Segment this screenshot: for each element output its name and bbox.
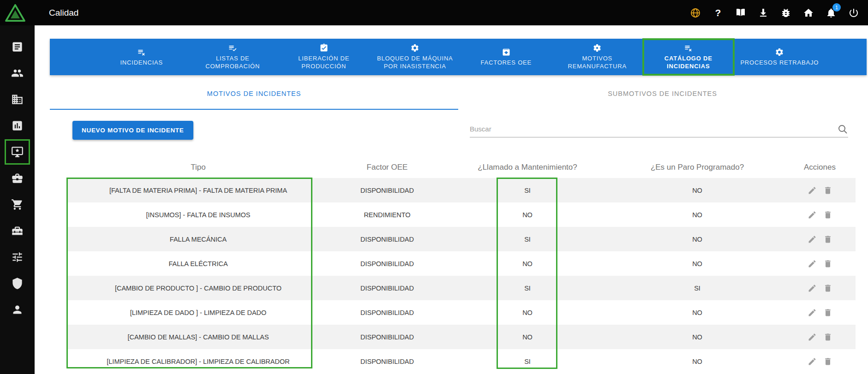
production-desktop-icon [11, 146, 24, 158]
tab-catalogo-de-incidencias[interactable]: CATÁLOGO DE INCIDENCIAS [643, 39, 734, 75]
pencil-icon [808, 186, 817, 195]
delete-button[interactable] [823, 308, 832, 317]
cell-tipo: [CAMBIO DE MALLAS] - CAMBIO DE MALLAS [66, 333, 330, 341]
briefcase-icon [11, 172, 24, 184]
edit-button[interactable] [808, 332, 817, 342]
sidebar-item-cart[interactable] [4, 191, 30, 218]
delete-button[interactable] [823, 332, 832, 342]
cart-icon [11, 198, 24, 211]
edit-button[interactable] [808, 357, 817, 366]
tab-motivos-remanufactura[interactable]: MOTIVOS REMANUFACTURA [552, 39, 643, 75]
table-row: [LIMPIEZA DE CALIBRADOR] - LIMPIEZA DE C… [66, 349, 856, 374]
sidebar-item-news[interactable] [4, 34, 30, 60]
shield-icon [11, 277, 24, 290]
col-header-llamado-mantenimiento: ¿Llamado a Mantenimiento? [444, 163, 611, 172]
trash-icon [823, 308, 832, 317]
edit-button[interactable] [808, 308, 817, 317]
sidebar-item-briefcase[interactable] [4, 165, 30, 191]
cell-paro-programado: NO [611, 236, 784, 243]
edit-button[interactable] [808, 210, 817, 220]
edit-button[interactable] [808, 284, 817, 293]
sidebar-item-security[interactable] [4, 270, 30, 297]
module-tabs: INCIDENCIAS LISTAS DE COMPROBACIÓN LIBER… [50, 39, 867, 75]
gear-icon [410, 43, 419, 53]
pencil-icon [808, 357, 817, 366]
download-icon[interactable] [757, 7, 769, 19]
cell-llamado-mantenimiento: NO [444, 309, 611, 316]
cell-tipo: FALLA MECÁNICA [66, 236, 330, 243]
cell-acciones [784, 259, 856, 268]
cell-acciones [784, 332, 856, 342]
pencil-icon [808, 210, 817, 220]
cell-llamado-mantenimiento: NO [444, 333, 611, 341]
table-row: FALLA MECÁNICA DISPONIBILIDAD SI NO [66, 227, 856, 251]
subtabs: MOTIVOS DE INCIDENTES SUBMOTIVOS DE INCI… [50, 78, 867, 110]
cell-llamado-mantenimiento: SI [444, 358, 611, 365]
tab-liberacion-de-produccion[interactable]: LIBERACIÓN DE PRODUCCIÓN [278, 39, 370, 75]
cell-acciones [784, 284, 856, 293]
sidebar-item-toolbox[interactable] [4, 218, 30, 244]
notifications-icon[interactable]: 1 [825, 7, 837, 19]
cell-paro-programado: NO [611, 309, 784, 316]
table-header-row: Tipo Factor OEE ¿Llamado a Mantenimiento… [66, 157, 856, 178]
tab-incidencias[interactable]: INCIDENCIAS [96, 39, 187, 75]
delete-button[interactable] [823, 284, 832, 293]
tab-factores-oee[interactable]: FACTORES OEE [461, 39, 552, 75]
new-motivo-button[interactable]: NUEVO MOTIVO DE INCIDENTE [72, 121, 193, 140]
cell-factor-oee: RENDIMIENTO [330, 211, 444, 219]
delete-button[interactable] [823, 357, 832, 366]
edit-button[interactable] [808, 235, 817, 244]
sidebar-item-chart[interactable] [4, 113, 30, 139]
sidebar-item-production[interactable] [4, 139, 30, 165]
search-input[interactable] [470, 125, 837, 133]
cell-factor-oee: DISPONIBILIDAD [330, 309, 444, 316]
col-header-tipo: Tipo [66, 163, 330, 172]
tab-listas-de-comprobacion[interactable]: LISTAS DE COMPROBACIÓN [187, 39, 279, 75]
edit-button[interactable] [808, 186, 817, 195]
sidebar-item-factory[interactable] [4, 86, 30, 113]
news-icon [11, 41, 24, 53]
bug-report-icon[interactable] [780, 7, 792, 19]
playlist-remove-icon [684, 43, 693, 53]
delete-button[interactable] [823, 186, 832, 195]
cell-paro-programado: NO [611, 260, 784, 267]
search-icon[interactable] [837, 124, 848, 135]
tab-procesos-retrabajo[interactable]: PROCESOS RETRABAJO [734, 39, 826, 75]
trash-icon [823, 284, 832, 293]
logo-triangle-icon [5, 4, 26, 22]
power-icon[interactable] [848, 7, 860, 19]
cell-paro-programado: NO [611, 358, 784, 365]
book-icon[interactable] [735, 7, 747, 19]
help-icon[interactable]: ? [712, 7, 724, 19]
home-icon[interactable] [802, 7, 814, 19]
pencil-icon [808, 235, 817, 244]
cell-llamado-mantenimiento: NO [444, 260, 611, 267]
delete-button[interactable] [823, 210, 832, 220]
tab-bloqueo-de-maquina[interactable]: BLOQUEO DE MÁQUINA POR INASISTENCIA [370, 39, 461, 75]
cell-llamado-mantenimiento: SI [444, 236, 611, 243]
delete-button[interactable] [823, 235, 832, 244]
app-title: Calidad [49, 8, 78, 18]
table-row: [LIMPIEZA DE DADO ] - LIMPIEZA DE DADO D… [66, 300, 856, 325]
cell-tipo: [LIMPIEZA DE DADO ] - LIMPIEZA DE DADO [66, 309, 330, 316]
cell-paro-programado: NO [611, 211, 784, 219]
archive-icon [502, 47, 511, 57]
subtab-motivos-de-incidentes[interactable]: MOTIVOS DE INCIDENTES [50, 78, 458, 110]
sidebar-item-tune[interactable] [4, 244, 30, 270]
subtab-submotivos-de-incidentes[interactable]: SUBMOTIVOS DE INCIDENTES [458, 78, 867, 110]
cell-acciones [784, 235, 856, 244]
globe-icon[interactable] [689, 7, 701, 19]
cell-acciones [784, 186, 856, 195]
cell-tipo: FALLA ELÉCTRICA [66, 260, 330, 267]
sidebar-item-user[interactable] [4, 297, 30, 323]
sidebar-item-users[interactable] [4, 60, 30, 86]
edit-button[interactable] [808, 259, 817, 268]
playlist-check-icon [228, 43, 237, 53]
cell-tipo: [FALTA DE MATERIA PRIMA] - FALTA DE MATE… [66, 187, 330, 194]
delete-button[interactable] [823, 259, 832, 268]
toolbox-icon [11, 225, 24, 237]
tune-icon [11, 251, 24, 263]
cell-acciones [784, 210, 856, 220]
app-logo [5, 4, 26, 22]
cell-acciones [784, 308, 856, 317]
